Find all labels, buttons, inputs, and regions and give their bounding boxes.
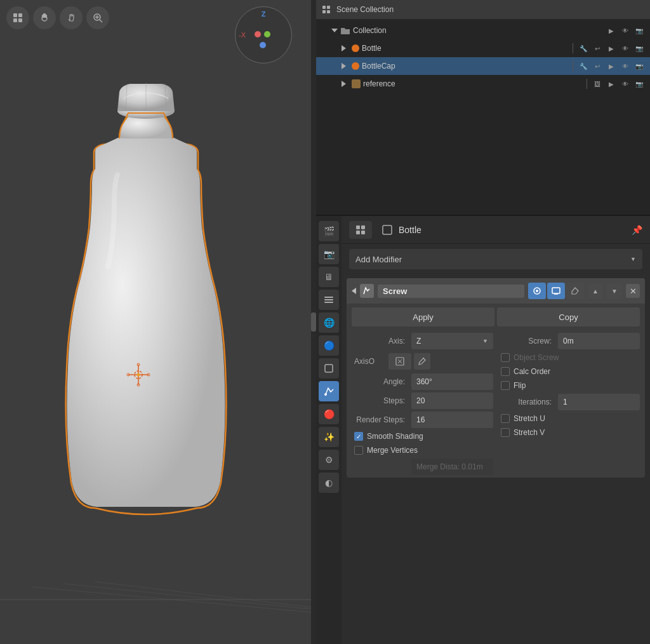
- grid-icon-btn[interactable]: [6, 6, 29, 29]
- zoom-icon-btn[interactable]: [86, 6, 109, 29]
- merge-vertices-checkbox[interactable]: [354, 446, 363, 455]
- flip-checkbox[interactable]: [501, 381, 510, 390]
- render-steps-value: 16: [416, 415, 425, 424]
- viewport-3d[interactable]: Z -X: [0, 0, 311, 644]
- outliner-header: Scene Collection: [316, 0, 650, 19]
- modifier-viewport-btn[interactable]: [547, 283, 565, 299]
- outliner-panel: Scene Collection Collection ▶ 👁 📷: [316, 0, 650, 216]
- reference-image-icon: [352, 79, 361, 88]
- merge-dista-field[interactable]: Merge Dista: 0.01m: [411, 459, 493, 475]
- eyedropper-icon-btn[interactable]: [414, 353, 430, 370]
- camera-render-icon[interactable]: 📷: [633, 25, 645, 36]
- outliner-row-collection[interactable]: Collection ▶ 👁 📷: [316, 22, 650, 39]
- view-layer-icon-btn[interactable]: [319, 290, 339, 310]
- modifier-collapse-icon[interactable]: [352, 288, 356, 294]
- header-dropdown[interactable]: [349, 221, 376, 239]
- reference-expand-icon: [342, 81, 349, 87]
- bottlecap-constraint-icon[interactable]: ↩: [592, 60, 603, 72]
- bottle-constraint-icon[interactable]: ↩: [592, 43, 603, 54]
- material-icon-btn[interactable]: 🔴: [319, 404, 339, 424]
- reference-visibility-icons: ▶ 👁 📷: [606, 78, 645, 90]
- misc-icon-btn[interactable]: ◐: [319, 473, 339, 493]
- svg-point-42: [536, 290, 538, 292]
- svg-line-25: [63, 584, 311, 609]
- bottlecap-camera-icon[interactable]: 📷: [633, 60, 645, 72]
- modifier-move-up-btn[interactable]: ▲: [588, 283, 603, 299]
- navigation-gizmo[interactable]: Z -X: [235, 6, 292, 64]
- calc-order-checkbox[interactable]: [501, 367, 510, 376]
- physics-icon-btn[interactable]: ⚙: [319, 450, 339, 470]
- svg-point-18: [137, 373, 140, 377]
- scene-props-icon-btn[interactable]: 🌐: [319, 312, 339, 333]
- outliner-content: Collection ▶ 👁 📷 Bottle 🔧 ↩ ▶: [316, 19, 650, 95]
- apply-button[interactable]: Apply: [352, 307, 494, 326]
- axis-field[interactable]: Z ▼: [411, 333, 493, 349]
- bottlecap-select-icon[interactable]: ▶: [606, 60, 617, 72]
- stretch-v-checkbox[interactable]: [501, 428, 510, 437]
- modifier-edit-btn[interactable]: [566, 283, 584, 299]
- particles-icon-btn[interactable]: ✨: [319, 427, 339, 447]
- props-type-selector[interactable]: [349, 221, 372, 239]
- ref-img-icon[interactable]: 🖼: [592, 78, 603, 90]
- bottlecap-label: BottleCap: [362, 62, 568, 70]
- copy-button[interactable]: Copy: [497, 307, 640, 326]
- svg-rect-2: [13, 18, 17, 22]
- smooth-shading-checkbox[interactable]: ✓: [354, 432, 363, 441]
- gizmo-circle[interactable]: Z -X: [235, 6, 292, 64]
- modifier-move-down-btn[interactable]: ▼: [607, 283, 622, 299]
- render-icon-btn[interactable]: 📷: [319, 244, 339, 264]
- modifier-render-btn[interactable]: [528, 283, 546, 299]
- collection-row-icons: ▶ 👁 📷: [606, 25, 645, 36]
- bottle-eye-icon[interactable]: 👁: [620, 43, 631, 54]
- bottle-row-icons: 🔧 ↩: [578, 43, 603, 54]
- output-icon-btn[interactable]: 🖥: [319, 267, 339, 287]
- steps-field[interactable]: 20: [411, 392, 493, 409]
- screw-field[interactable]: 0m: [558, 333, 640, 349]
- axiso-field[interactable]: [388, 353, 411, 370]
- svg-point-48: [423, 358, 424, 359]
- gizmo-x-dot: [255, 31, 261, 37]
- world-icon-btn[interactable]: 🔵: [319, 335, 339, 356]
- bottlecap-eye-icon[interactable]: 👁: [620, 60, 631, 72]
- modifier-name[interactable]: Screw: [378, 285, 524, 298]
- svg-rect-6: [43, 13, 46, 15]
- bottlecap-modifier-icon[interactable]: 🔧: [578, 60, 589, 72]
- select-icon[interactable]: ▶: [606, 25, 617, 36]
- svg-rect-29: [322, 10, 326, 13]
- ref-camera-icon[interactable]: 📷: [633, 78, 645, 90]
- outliner-row-bottlecap[interactable]: BottleCap 🔧 ↩ ▶ 👁 📷: [316, 57, 650, 75]
- svg-rect-36: [356, 225, 360, 229]
- bottle-label: Bottle: [362, 44, 568, 53]
- scene-icon-btn[interactable]: 🎬: [319, 221, 339, 241]
- object-props-icon-btn[interactable]: [319, 358, 339, 379]
- iterations-field[interactable]: 1: [558, 394, 640, 410]
- angle-field[interactable]: 360°: [411, 373, 493, 390]
- add-modifier-button[interactable]: Add Modifier ▼: [349, 249, 642, 269]
- hand-icon-btn[interactable]: [60, 6, 83, 29]
- steps-row: Steps: 20: [352, 392, 493, 409]
- bottle-camera-icon[interactable]: 📷: [633, 43, 645, 54]
- modifier-delete-btn[interactable]: ✕: [626, 284, 640, 298]
- pin-button[interactable]: 📌: [632, 225, 642, 235]
- gizmo-neg-x-axis: -X: [239, 31, 246, 39]
- bottle-select-icon[interactable]: ▶: [606, 43, 617, 54]
- svg-rect-3: [18, 18, 22, 22]
- ref-select-icon[interactable]: ▶: [606, 78, 617, 90]
- ref-eye-icon[interactable]: 👁: [620, 78, 631, 90]
- object-screw-checkbox[interactable]: [501, 353, 510, 362]
- modifier-props-icon-btn[interactable]: [319, 381, 339, 401]
- merge-vertices-label: Merge Vertices: [367, 446, 418, 455]
- outliner-row-reference[interactable]: reference 🖼 ▶ 👁 📷: [316, 75, 650, 93]
- panel-divider[interactable]: [311, 0, 316, 644]
- axis-dropdown-icon: ▼: [482, 338, 488, 344]
- modifier-screw-block: Screw: [347, 278, 645, 478]
- render-steps-field[interactable]: 16: [411, 412, 493, 428]
- outliner-row-bottle[interactable]: Bottle 🔧 ↩ ▶ 👁 📷: [316, 39, 650, 57]
- merge-dista-row: Merge Dista: 0.01m: [352, 459, 493, 475]
- stretch-u-checkbox[interactable]: [501, 414, 510, 423]
- camera-icon-btn[interactable]: [33, 6, 56, 29]
- eye-icon[interactable]: 👁: [620, 25, 631, 36]
- stretch-u-label: Stretch U: [514, 414, 545, 423]
- bottle-modifier-icon[interactable]: 🔧: [578, 43, 589, 54]
- divider-handle[interactable]: [311, 312, 316, 332]
